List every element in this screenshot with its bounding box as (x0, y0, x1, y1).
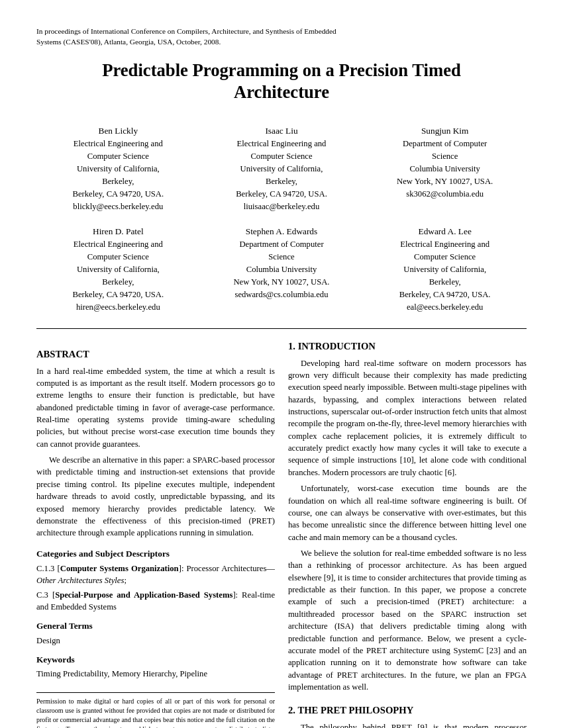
author-name-5: Stephen A. Edwards (205, 225, 358, 238)
keywords-text: Timing Predictability, Memory Hierarchy,… (36, 668, 275, 680)
paper-title: Predictable Programming on a Precision T… (36, 60, 527, 104)
keywords-title: Keywords (36, 653, 275, 666)
author-email-1: blickly@eecs.berkeley.edu (42, 201, 195, 213)
main-divider (36, 328, 527, 329)
header-note-line2: Systems (CASES'08), Atlanta, Georgia, US… (36, 38, 221, 46)
left-column: ABSTRACT In a hard real-time embedded sy… (36, 338, 275, 728)
general-terms-text: Design (36, 635, 275, 647)
author-isaac-liu: Isaac Liu Electrical Engineering andComp… (200, 122, 364, 216)
author-email-6: eal@eecs.berkeley.edu (368, 301, 521, 314)
header-note: In proceedings of International Conferen… (36, 26, 527, 48)
author-affil-5: Department of ComputerScienceColumbia Un… (205, 238, 358, 289)
pret-title: 2. THE PRET PHILOSOPHY (288, 704, 527, 717)
abstract-p1: In a hard real-time embedded system, the… (36, 365, 275, 451)
intro-p1: Developing hard real-time software on mo… (288, 357, 527, 479)
main-content: ABSTRACT In a hard real-time embedded sy… (36, 338, 527, 728)
author-affil-3: Department of ComputerScienceColumbia Un… (368, 138, 521, 188)
header-note-line1: In proceedings of International Conferen… (36, 27, 336, 35)
author-affil-4: Electrical Engineering andComputer Scien… (42, 238, 195, 301)
author-affil-6: Electrical Engineering andComputer Scien… (368, 238, 521, 301)
authors-grid-top: Ben Lickly Electrical Engineering andCom… (36, 122, 527, 216)
cat-c13: C.1.3 [Computer Systems Organization]: P… (36, 563, 275, 587)
author-hiren-patel: Hiren D. Patel Electrical Engineering an… (36, 222, 200, 316)
authors-grid-bottom: Hiren D. Patel Electrical Engineering an… (36, 222, 527, 316)
right-column: 1. INTRODUCTION Developing hard real-tim… (288, 338, 527, 728)
author-name-4: Hiren D. Patel (42, 225, 195, 238)
title-line1: Predictable Programming on a Precision T… (102, 60, 461, 80)
intro-title: 1. INTRODUCTION (288, 340, 527, 353)
general-terms-title: General Terms (36, 619, 275, 632)
categories-title: Categories and Subject Descriptors (36, 547, 275, 560)
author-edward-lee: Edward A. Lee Electrical Engineering and… (363, 222, 527, 316)
intro-p3: We believe the solution for real-time em… (288, 547, 527, 693)
footer-p1: Permission to make digital or hard copie… (36, 697, 275, 728)
author-name-2: Isaac Liu (205, 124, 358, 138)
footer-note: Permission to make digital or hard copie… (36, 692, 275, 728)
authors-section: Ben Lickly Electrical Engineering andCom… (36, 122, 527, 316)
author-email-2: liuisaac@berkeley.edu (205, 201, 358, 213)
author-name-3: Sungjun Kim (368, 124, 521, 138)
abstract-p2: We describe an alternative in this paper… (36, 454, 275, 539)
author-name-6: Edward A. Lee (368, 225, 521, 238)
abstract-title: ABSTRACT (36, 347, 275, 361)
author-affil-2: Electrical Engineering andComputer Scien… (205, 138, 358, 201)
author-name-1: Ben Lickly (42, 124, 195, 138)
author-email-3: sk3062@columbia.edu (368, 188, 521, 201)
author-email-4: hiren@eecs.berkeley.edu (42, 301, 195, 314)
title-line2: Architecture (234, 82, 329, 102)
author-ben-lickly: Ben Lickly Electrical Engineering andCom… (36, 122, 200, 216)
pret-p1: The philosophy behind PRET [9] is that m… (288, 721, 527, 728)
intro-p2: Unfortunately, worst-case execution time… (288, 482, 527, 543)
cat-c3: C.3 [Special-Purpose and Application-Bas… (36, 589, 275, 614)
author-email-5: sedwards@cs.columbia.edu (205, 289, 358, 301)
author-sungjun-kim: Sungjun Kim Department of ComputerScienc… (363, 122, 527, 216)
author-stephen-edwards: Stephen A. Edwards Department of Compute… (200, 222, 364, 316)
author-affil-1: Electrical Engineering andComputer Scien… (42, 138, 195, 201)
